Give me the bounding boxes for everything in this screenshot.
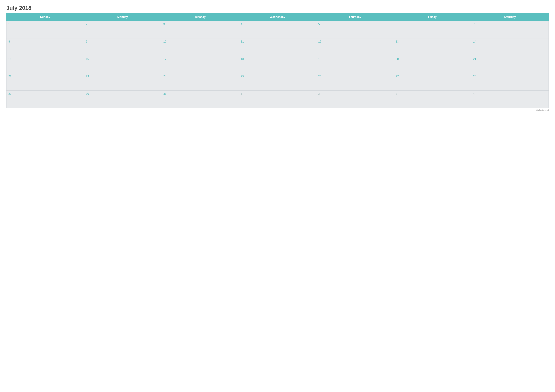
calendar-cell[interactable]: 2 [84,21,161,38]
column-header-friday: Friday [394,13,471,21]
calendar-header: SundayMondayTuesdayWednesdayThursdayFrid… [7,13,549,21]
calendar-cell[interactable]: 25 [239,73,316,91]
column-header-sunday: Sunday [7,13,84,21]
calendar-cell[interactable]: 1 [239,91,316,108]
calendar-body: 1234567891011121314151617181920212223242… [7,21,549,108]
column-header-monday: Monday [84,13,161,21]
calendar-cell[interactable]: 10 [161,38,239,56]
calendar-cell[interactable]: 13 [394,38,471,56]
calendar-cell[interactable]: 29 [7,91,84,108]
calendar-cell[interactable]: 7 [471,21,549,38]
column-header-tuesday: Tuesday [161,13,239,21]
footer-brand: iCalendars.net [6,109,549,111]
calendar-cell[interactable]: 17 [161,56,239,73]
calendar-cell[interactable]: 1 [7,21,84,38]
calendar-cell[interactable]: 3 [161,21,239,38]
calendar-cell[interactable]: 31 [161,91,239,108]
week-row-4: 22232425262728 [7,73,549,91]
calendar-cell[interactable]: 12 [316,38,394,56]
column-header-thursday: Thursday [316,13,394,21]
calendar: SundayMondayTuesdayWednesdayThursdayFrid… [6,13,549,108]
calendar-cell[interactable]: 24 [161,73,239,91]
calendar-cell[interactable]: 18 [239,56,316,73]
calendar-cell[interactable]: 19 [316,56,394,73]
calendar-cell[interactable]: 26 [316,73,394,91]
week-row-5: 2930311234 [7,91,549,108]
calendar-cell[interactable]: 8 [7,38,84,56]
calendar-cell[interactable]: 30 [84,91,161,108]
column-header-wednesday: Wednesday [239,13,316,21]
calendar-table: SundayMondayTuesdayWednesdayThursdayFrid… [6,13,549,108]
page-title: July 2018 [6,5,549,11]
calendar-cell[interactable]: 6 [394,21,471,38]
calendar-cell[interactable]: 9 [84,38,161,56]
calendar-cell[interactable]: 4 [239,21,316,38]
calendar-cell[interactable]: 4 [471,91,549,108]
calendar-cell[interactable]: 11 [239,38,316,56]
header-row: SundayMondayTuesdayWednesdayThursdayFrid… [7,13,549,21]
calendar-cell[interactable]: 27 [394,73,471,91]
calendar-cell[interactable]: 28 [471,73,549,91]
calendar-cell[interactable]: 23 [84,73,161,91]
calendar-cell[interactable]: 15 [7,56,84,73]
calendar-cell[interactable]: 2 [316,91,394,108]
calendar-cell[interactable]: 21 [471,56,549,73]
calendar-cell[interactable]: 22 [7,73,84,91]
week-row-2: 891011121314 [7,38,549,56]
calendar-cell[interactable]: 3 [394,91,471,108]
calendar-cell[interactable]: 5 [316,21,394,38]
calendar-cell[interactable]: 16 [84,56,161,73]
column-header-saturday: Saturday [471,13,549,21]
calendar-cell[interactable]: 14 [471,38,549,56]
week-row-1: 1234567 [7,21,549,38]
calendar-cell[interactable]: 20 [394,56,471,73]
week-row-3: 15161718192021 [7,56,549,73]
